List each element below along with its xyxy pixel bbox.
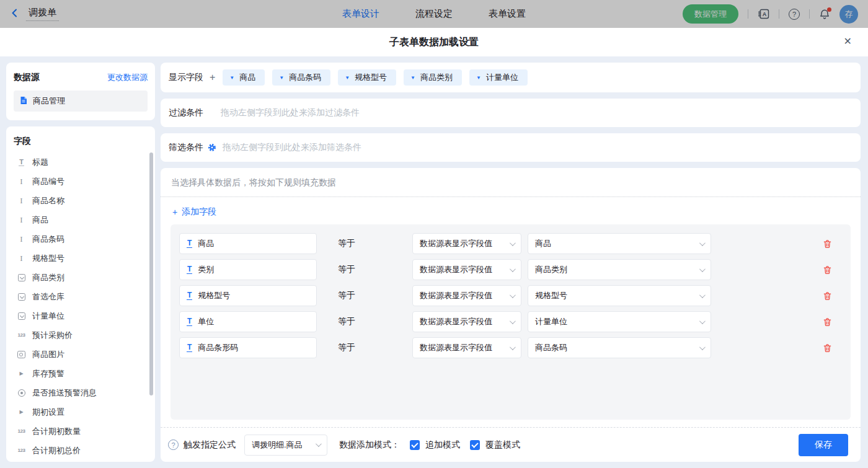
field-chip[interactable]: ▼商品 (223, 69, 265, 86)
target-field-input[interactable]: T单位 (179, 311, 317, 332)
operator-label: 等于 (338, 264, 375, 275)
field-item[interactable]: ▶期初设置 (14, 402, 148, 422)
tab-form-design[interactable]: 表单设计 (342, 8, 379, 20)
field-item[interactable]: I商品 (14, 210, 148, 229)
field-label: 首选仓库 (32, 291, 64, 302)
avatar[interactable]: 存 (839, 5, 858, 24)
caret-down-icon: ▼ (345, 75, 350, 81)
source-field-value: 商品 (535, 238, 551, 249)
source-field-select[interactable]: 计量单位 (528, 311, 711, 332)
display-fields-label: 显示字段 (169, 72, 203, 83)
source-type-select[interactable]: 数据源表显示字段值 (412, 337, 521, 358)
caret-down-icon: ▼ (229, 75, 234, 81)
change-datasource-link[interactable]: 更改数据源 (107, 72, 148, 83)
field-chip[interactable]: ▼商品类别 (404, 69, 462, 86)
screen-condition-label: 筛选条件 (169, 142, 203, 153)
trigger-formula-label: 触发指定公式 (184, 439, 236, 451)
field-item-title[interactable]: T标题 (14, 152, 148, 172)
chevron-down-icon (510, 266, 516, 272)
source-type-select[interactable]: 数据源表显示字段值 (412, 233, 521, 254)
field-item[interactable]: 计量单位 (14, 306, 148, 325)
source-type-select[interactable]: 数据源表显示字段值 (412, 259, 521, 280)
chevron-left-icon (10, 8, 20, 20)
source-type-select[interactable]: 数据源表显示字段值 (412, 311, 521, 332)
text-field-icon: T (187, 343, 192, 352)
field-chip[interactable]: ▼规格型号 (338, 69, 396, 86)
add-field-button[interactable]: + 添加字段 (161, 206, 228, 218)
display-fields-bar: 显示字段 + ▼商品 ▼商品条码 ▼规格型号 ▼商品类别 ▼计量单位 (161, 63, 861, 92)
target-field-input[interactable]: T商品条形码 (179, 337, 317, 358)
svg-text:A: A (763, 11, 767, 17)
text-icon: I (16, 177, 27, 187)
target-field-input[interactable]: T规格型号 (179, 285, 317, 306)
field-item[interactable]: 商品图片 (14, 345, 148, 364)
field-item[interactable]: 123合计期初总价 (14, 441, 148, 460)
field-item[interactable]: ▶库存预警 (14, 364, 148, 383)
trigger-field-select[interactable]: 调拨明细.商品 (244, 435, 327, 456)
add-display-field-button[interactable]: + (210, 72, 215, 83)
datasource-card: 数据源 更改数据源 商品管理 (6, 63, 155, 120)
field-label: 商品条码 (32, 234, 64, 245)
filter-drop-zone[interactable]: 拖动左侧字段到此处来添加过滤条件 (221, 107, 360, 118)
field-chip[interactable]: ▼计量单位 (469, 69, 528, 86)
target-field-input[interactable]: T商品 (179, 233, 317, 254)
tab-form-setting[interactable]: 表单设置 (489, 8, 526, 20)
delete-row-icon[interactable] (823, 343, 832, 353)
field-item[interactable]: 123预计采购价 (14, 325, 148, 345)
close-icon[interactable]: ✕ (844, 37, 852, 46)
left-sidebar: 数据源 更改数据源 商品管理 字段 T标题 I商品编号 (6, 63, 155, 462)
target-field-input[interactable]: T类别 (179, 259, 317, 280)
back-button[interactable] (10, 8, 20, 20)
data-manage-button[interactable]: 数据管理 (683, 4, 738, 24)
gear-icon[interactable] (208, 143, 216, 152)
source-field-select[interactable]: 商品条码 (528, 337, 711, 358)
data-add-mode-label: 数据添加模式： (339, 439, 400, 451)
field-item[interactable]: I规格型号 (14, 249, 148, 268)
text-icon: I (16, 215, 27, 225)
chip-label: 商品条码 (289, 72, 321, 83)
field-item[interactable]: 123合计期初数量 (14, 422, 148, 441)
field-label: 规格型号 (32, 253, 64, 264)
override-mode-checkbox[interactable]: 覆盖模式 (470, 439, 520, 451)
target-field-value: 商品 (198, 238, 214, 249)
screen-condition-bar: 筛选条件 拖动左侧字段到此处来添加筛选条件 (161, 133, 861, 162)
field-item[interactable]: 是否推送预警消息 (14, 383, 148, 402)
fields-scrollbar[interactable] (149, 152, 153, 395)
number-icon: 123 (16, 428, 27, 434)
datasource-title: 数据源 (14, 72, 40, 83)
document-icon (19, 96, 28, 107)
tab-flow-setting[interactable]: 流程设定 (415, 8, 453, 20)
source-field-select[interactable]: 规格型号 (528, 285, 711, 306)
source-type-value: 数据源表显示字段值 (420, 238, 492, 249)
field-label: 商品 (32, 214, 48, 226)
rules-hint: 当选择具体数据后，将按如下规则填充数据 (161, 177, 861, 188)
save-button[interactable]: 保存 (799, 434, 848, 456)
field-label: 商品类别 (32, 272, 64, 283)
source-field-select[interactable]: 商品 (528, 233, 711, 254)
notification-bell-icon[interactable] (819, 9, 830, 20)
help-icon[interactable]: ? (168, 439, 179, 450)
contacts-book-icon[interactable]: A (758, 9, 769, 19)
field-item[interactable]: I商品名称 (14, 191, 148, 210)
rule-row: T单位 等于 数据源表显示字段值 计量单位 (179, 311, 842, 332)
text-field-icon: T (187, 239, 192, 248)
field-item[interactable]: 商品类别 (14, 268, 148, 287)
field-item[interactable]: I商品编号 (14, 172, 148, 191)
title-icon: T (16, 158, 27, 166)
field-item[interactable]: I商品条码 (14, 229, 148, 249)
field-label: 是否推送预警消息 (32, 387, 97, 399)
delete-row-icon[interactable] (823, 265, 832, 275)
help-icon[interactable]: ? (789, 9, 800, 20)
field-item[interactable]: 首选仓库 (14, 287, 148, 306)
delete-row-icon[interactable] (823, 291, 832, 301)
source-field-select[interactable]: 商品类别 (528, 259, 711, 280)
form-name[interactable]: 调拨单 (26, 7, 59, 21)
append-mode-checkbox[interactable]: 追加模式 (410, 439, 460, 451)
screen-drop-zone[interactable]: 拖动左侧字段到此处来添加筛选条件 (223, 142, 361, 153)
field-chip[interactable]: ▼商品条码 (272, 69, 330, 86)
delete-row-icon[interactable] (823, 317, 832, 327)
delete-row-icon[interactable] (823, 239, 832, 249)
chevron-down-icon (699, 240, 706, 246)
datasource-item[interactable]: 商品管理 (14, 91, 148, 112)
source-type-select[interactable]: 数据源表显示字段值 (412, 285, 521, 306)
